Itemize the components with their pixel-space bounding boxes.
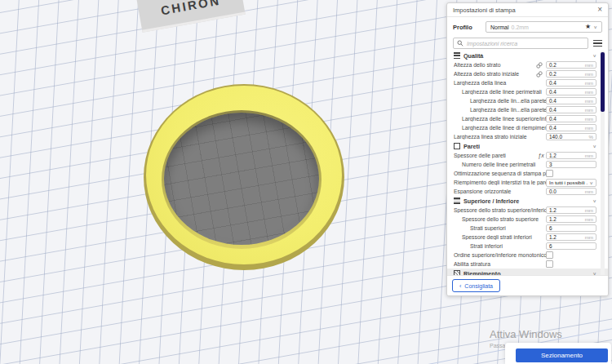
- section-label: Superiore / Inferiore: [463, 198, 589, 205]
- value-field[interactable]: 0.4mm: [546, 97, 596, 104]
- formula-icon: ƒx: [536, 153, 546, 158]
- unit-label: mm: [585, 153, 593, 158]
- section-header-superiore-inferiore[interactable]: Superiore / Inferiore∨: [447, 196, 608, 206]
- checkbox[interactable]: [546, 260, 553, 268]
- value-field[interactable]: 0.4mm: [546, 88, 596, 95]
- link-icon: [536, 62, 546, 69]
- value-text: 6: [549, 243, 593, 249]
- chevron-down-icon: ∨: [589, 180, 593, 184]
- settings-menu-icon[interactable]: [593, 40, 602, 47]
- setting-control: 6: [546, 224, 596, 232]
- setting-control: 0.0mm: [546, 188, 596, 195]
- select-dropdown[interactable]: In tutti i possibili ...∨: [546, 179, 596, 187]
- value-field[interactable]: 0.0mm: [546, 188, 596, 195]
- setting-label: Numero delle linee perimetrali: [454, 162, 546, 167]
- search-icon: [457, 40, 463, 47]
- search-placeholder: Impostazioni ricerca: [467, 41, 517, 47]
- value-field[interactable]: 1.2mm: [546, 152, 596, 159]
- close-icon[interactable]: ×: [597, 6, 602, 14]
- setting-control: 0.4mm: [546, 88, 596, 95]
- select-value: In tutti i possibili ...: [549, 180, 588, 185]
- setting-control: [546, 170, 596, 177]
- unit-label: mm: [585, 89, 593, 95]
- checkbox[interactable]: [546, 170, 553, 177]
- slice-button[interactable]: Sezionamento: [516, 348, 608, 362]
- setting-control: 3: [546, 161, 596, 168]
- section-header-pareti[interactable]: Pareti∨: [447, 141, 608, 151]
- section-label: Qualità: [463, 52, 589, 60]
- setting-label: Strati superiori: [454, 225, 546, 231]
- value-field[interactable]: 0.4mm: [546, 124, 596, 131]
- value-text: 1.2: [549, 234, 585, 240]
- profile-value: Normal: [490, 24, 509, 30]
- unit-label: mm: [585, 207, 593, 213]
- section-header-qualit[interactable]: Qualità∨: [447, 51, 608, 60]
- setting-row-larghezza-della-linea: Larghezza della linea0.4mm: [447, 78, 608, 87]
- setting-row-altezza-dello-strato: Altezza dello strato0.2mm: [447, 60, 608, 69]
- unit-label: %: [588, 134, 593, 140]
- setting-row-spessore-dello-strato-superiore: Spessore dello strato superiore1.2mm: [447, 215, 608, 224]
- setting-control: 1.2mm: [546, 206, 596, 214]
- value-text: 0.4: [549, 89, 585, 95]
- recommended-mode-button[interactable]: ‹ Consigliata: [452, 279, 500, 292]
- setting-row-espansione-orizzontale: Espansione orizzontale0.0mm: [447, 187, 608, 196]
- unit-label: mm: [585, 234, 593, 240]
- value-field[interactable]: 1.2mm: [546, 215, 596, 223]
- search-row: Impostazioni ricerca: [447, 34, 608, 51]
- setting-label: Ordine superiore/inferiore monotonico: [454, 252, 546, 258]
- setting-label: Larghezza delle linee di riempimento: [454, 125, 546, 131]
- value-field[interactable]: 0.4mm: [546, 79, 596, 87]
- value-field[interactable]: 1.2mm: [546, 206, 596, 214]
- value-text: 1.2: [549, 216, 585, 222]
- value-field[interactable]: 1.2mm: [546, 233, 596, 241]
- value-text: 0.2: [549, 71, 585, 77]
- value-text: 6: [549, 225, 593, 231]
- setting-label: Larghezza linea strato iniziale: [454, 134, 546, 140]
- value-field[interactable]: 0.4mm: [546, 115, 596, 122]
- value-text: 140.0: [549, 134, 588, 140]
- setting-row-abilita-stiratura: Abilita stiratura: [447, 260, 608, 269]
- scrollbar-thumb[interactable]: [601, 52, 605, 112]
- setting-label: Larghezza delle lin...ella parete intern…: [454, 107, 546, 113]
- setting-row-larghezza-delle-linee-perimetrali: Larghezza delle linee perimetrali0.4mm: [447, 87, 608, 96]
- setting-control: In tutti i possibili ...∨: [546, 179, 596, 187]
- setting-control: 1.2mm: [546, 152, 596, 159]
- value-field[interactable]: 140.0%: [546, 133, 596, 140]
- star-icon[interactable]: ★: [585, 24, 591, 30]
- setting-control: 0.4mm: [546, 106, 596, 113]
- value-field[interactable]: 0.2mm: [546, 61, 596, 69]
- value-text: 0.4: [549, 98, 585, 104]
- setting-label: Altezza dello strato: [454, 62, 536, 68]
- setting-control: 140.0%: [546, 133, 596, 140]
- value-field[interactable]: 0.2mm: [546, 70, 596, 78]
- panel-title: Impostazioni di stampa: [453, 7, 597, 14]
- setting-row-numero-delle-linee-perimetrali: Numero delle linee perimetrali3: [447, 160, 608, 169]
- setting-row-spessore-delle-pareti: Spessore delle paretiƒx1.2mm: [447, 151, 608, 160]
- profile-dropdown[interactable]: Normal 0.2mm ★ ∨: [486, 21, 602, 33]
- panel-header: Impostazioni di stampa ×: [447, 3, 608, 17]
- setting-row-strati-inferiori: Strati inferiori6: [447, 242, 608, 251]
- panel-footer: ‹ Consigliata: [447, 275, 608, 295]
- unit-label: mm: [585, 98, 593, 104]
- setting-control: 0.4mm: [546, 115, 596, 122]
- setting-row-ordine-superiore-inferiore-monotonico: Ordine superiore/inferiore monotonico: [447, 251, 608, 260]
- value-field[interactable]: 3: [546, 161, 596, 168]
- model-ring[interactable]: [144, 84, 344, 270]
- setting-label: Riempimento degli interstizi tra le pare…: [454, 180, 546, 185]
- chevron-down-icon: ∨: [592, 144, 596, 149]
- value-text: 1.2: [549, 207, 585, 213]
- setting-row-altezza-dello-strato-iniziale: Altezza dello strato iniziale0.2mm: [447, 69, 608, 78]
- value-field[interactable]: 6: [546, 224, 596, 232]
- setting-label: Spessore dello strato superiore: [454, 216, 546, 222]
- section-label: Pareti: [463, 143, 589, 150]
- value-field[interactable]: 0.4mm: [546, 106, 596, 113]
- print-settings-panel: Impostazioni di stampa × Profilo Normal …: [446, 2, 609, 296]
- search-input[interactable]: Impostazioni ricerca: [453, 38, 588, 49]
- setting-row-spessore-degli-strati-inferiori: Spessore degli strati inferiori1.2mm: [447, 233, 608, 242]
- checkbox[interactable]: [546, 251, 553, 259]
- setting-label: Spessore degli strati inferiori: [454, 234, 546, 240]
- value-field[interactable]: 6: [546, 242, 596, 250]
- setting-label: Spessore dello strato superiore/inferior…: [454, 207, 546, 213]
- setting-control: 0.4mm: [546, 79, 596, 87]
- setting-control: 0.4mm: [546, 124, 596, 131]
